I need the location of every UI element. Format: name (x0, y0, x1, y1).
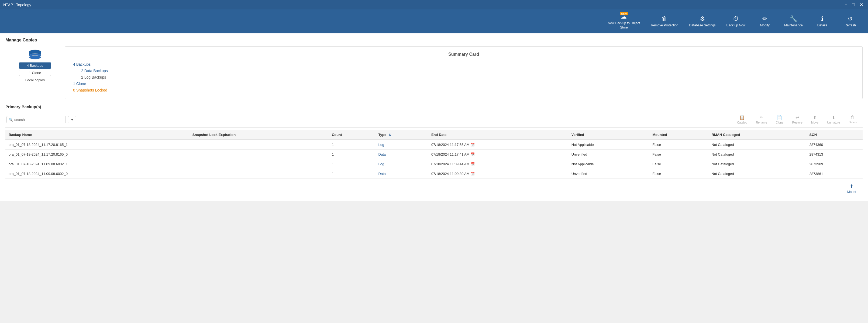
modify-button[interactable]: ✏ Modify (751, 14, 778, 29)
toolbar-actions: ☁ NEW New Backup to Object Store 🗑 Remov… (603, 11, 864, 31)
rename-label: Rename (756, 121, 767, 124)
database-settings-label: Database Settings (689, 24, 716, 28)
cell-mounted-1: False (649, 150, 708, 159)
cell-count-1: 1 (329, 150, 375, 159)
backups-count-button[interactable]: 4 Backups (19, 63, 51, 69)
mount-button[interactable]: ⬆ Mount (842, 182, 862, 195)
move-button[interactable]: ⬆ Move (807, 114, 823, 125)
window-controls: − □ ✕ (843, 2, 865, 8)
cell-verified-3: Unverified (568, 169, 649, 179)
cell-mounted-2: False (649, 159, 708, 169)
close-button[interactable]: ✕ (858, 2, 865, 8)
cell-snapshot-lock-1 (189, 150, 329, 159)
minimize-button[interactable]: − (843, 2, 849, 8)
cell-scn-0: 2874360 (806, 140, 863, 150)
summary-item-clones[interactable]: 1 Clone (73, 80, 854, 87)
summary-item-snapshots-locked[interactable]: 0 Snapshots Locked (73, 87, 854, 94)
rename-button[interactable]: ✏ Rename (751, 114, 772, 125)
maximize-button[interactable]: □ (850, 2, 857, 8)
primary-backups-title: Primary Backup(s) (5, 104, 863, 109)
local-copies-label: Local copies (25, 78, 45, 82)
unmature-icon: ⬇ (832, 115, 835, 120)
cell-end-date-3: 07/18/2024 11:09:30 AM 📅 (428, 169, 568, 179)
backup-to-object-store-button[interactable]: ☁ NEW New Backup to Object Store (603, 11, 645, 31)
cell-verified-2: Not Applicable (568, 159, 649, 169)
delete-button[interactable]: 🗑 Delete (844, 114, 862, 125)
col-snapshot-lock: Snapshot Lock Expiration (189, 130, 329, 140)
col-type[interactable]: Type ⇅ (375, 130, 428, 140)
pencil-icon: ✏ (762, 15, 767, 22)
cell-end-date-2: 07/18/2024 11:09:44 AM 📅 (428, 159, 568, 169)
manage-copies-area: 4 Backups 1 Clone Local copies Summary C… (5, 46, 863, 99)
table-row[interactable]: ora_01_07-18-2024_11.17.20.8165_0 1 Data… (5, 150, 863, 159)
cell-backup-name-1: ora_01_07-18-2024_11.17.20.8165_0 (5, 150, 189, 159)
details-button[interactable]: ℹ Details (809, 14, 836, 29)
cell-mounted-3: False (649, 169, 708, 179)
database-settings-button[interactable]: ⚙ Database Settings (684, 14, 720, 29)
table-actions: 📋 Catalog ✏ Rename 📄 Clone ↩ Restore ⬆ (733, 114, 862, 125)
cell-scn-3: 2873861 (806, 169, 863, 179)
new-badge: NEW (620, 12, 628, 15)
refresh-button[interactable]: ↺ Refresh (837, 14, 864, 29)
restore-icon: ↩ (796, 115, 799, 120)
search-input-wrapper: 🔍 (6, 116, 66, 123)
table-row[interactable]: ora_01_07-18-2024_11.09.08.6002_1 1 Log … (5, 159, 863, 169)
col-count: Count (329, 130, 375, 140)
mount-icon: ⬆ (850, 183, 854, 189)
cell-type-2: Log (375, 159, 428, 169)
cell-mounted-0: False (649, 140, 708, 150)
clones-count-button[interactable]: 1 Clone (19, 70, 51, 76)
maintenance-label: Maintenance (784, 24, 803, 28)
backup-to-object-store-label: New Backup to Object Store (608, 21, 640, 30)
cell-backup-name-0: ora_01_07-18-2024_11.17.20.8165_1 (5, 140, 189, 150)
info-icon: ℹ (821, 15, 823, 22)
restore-button[interactable]: ↩ Restore (788, 114, 807, 125)
app-title: NTAP1 Topology (3, 3, 31, 7)
sort-icon: ⇅ (389, 133, 391, 137)
cell-verified-0: Not Applicable (568, 140, 649, 150)
table-row[interactable]: ora_01_07-18-2024_11.17.20.8165_1 1 Log … (5, 140, 863, 150)
refresh-label: Refresh (844, 24, 856, 28)
summary-card: Summary Card 4 Backups 2 Data Backups 2 … (65, 46, 863, 99)
search-input[interactable] (6, 116, 66, 123)
cell-rman-cataloged-3: Not Cataloged (708, 169, 806, 179)
cell-backup-name-2: ora_01_07-18-2024_11.09.08.6002_1 (5, 159, 189, 169)
clones-count-label: 1 Clone (29, 71, 41, 75)
restore-label: Restore (792, 121, 803, 124)
cell-count-3: 1 (329, 169, 375, 179)
cell-type-3: Data (375, 169, 428, 179)
search-icon: 🔍 (9, 118, 13, 122)
summary-item-data-backups[interactable]: 2 Data Backups (73, 68, 854, 74)
filter-button[interactable]: ▼ (68, 116, 76, 123)
unmature-button[interactable]: ⬇ Unmature (823, 114, 844, 125)
remove-protection-button[interactable]: 🗑 Remove Protection (646, 14, 683, 29)
table-row[interactable]: ora_01_07-18-2024_11.09.08.6002_0 1 Data… (5, 169, 863, 179)
backups-count-label: 4 Backups (27, 64, 43, 68)
cell-count-0: 1 (329, 140, 375, 150)
maintenance-button[interactable]: 🔧 Maintenance (779, 14, 808, 29)
clone-icon: 📄 (777, 115, 782, 120)
catalog-label: Catalog (737, 121, 747, 124)
title-bar: NTAP1 Topology − □ ✕ (0, 0, 868, 9)
backup-table: Backup Name Snapshot Lock Expiration Cou… (5, 130, 863, 179)
back-up-now-button[interactable]: ⏱ Back up Now (722, 14, 750, 29)
unmature-label: Unmature (827, 121, 840, 124)
cell-count-2: 1 (329, 159, 375, 169)
move-icon: ⬆ (813, 115, 816, 120)
primary-backups-section: Primary Backup(s) 🔍 ▼ 📋 Catalog ✏ Rename (5, 104, 863, 197)
catalog-icon: 📋 (739, 115, 745, 120)
svg-point-5 (29, 56, 41, 59)
summary-item-backups[interactable]: 4 Backups (73, 61, 854, 68)
summary-item-log-backups: 2 Log Backups (73, 74, 854, 80)
col-rman-cataloged: RMAN Cataloged (708, 130, 806, 140)
col-mounted: Mounted (649, 130, 708, 140)
clone-label: Clone (776, 121, 784, 124)
settings-icon: ⚙ (700, 15, 705, 22)
catalog-button[interactable]: 📋 Catalog (733, 114, 751, 125)
cell-snapshot-lock-3 (189, 169, 329, 179)
cell-scn-1: 2874313 (806, 150, 863, 159)
summary-list: 4 Backups 2 Data Backups 2 Log Backups 1… (73, 61, 854, 94)
clone-button[interactable]: 📄 Clone (772, 114, 788, 125)
modify-label: Modify (760, 24, 770, 28)
back-up-now-label: Back up Now (726, 24, 746, 28)
